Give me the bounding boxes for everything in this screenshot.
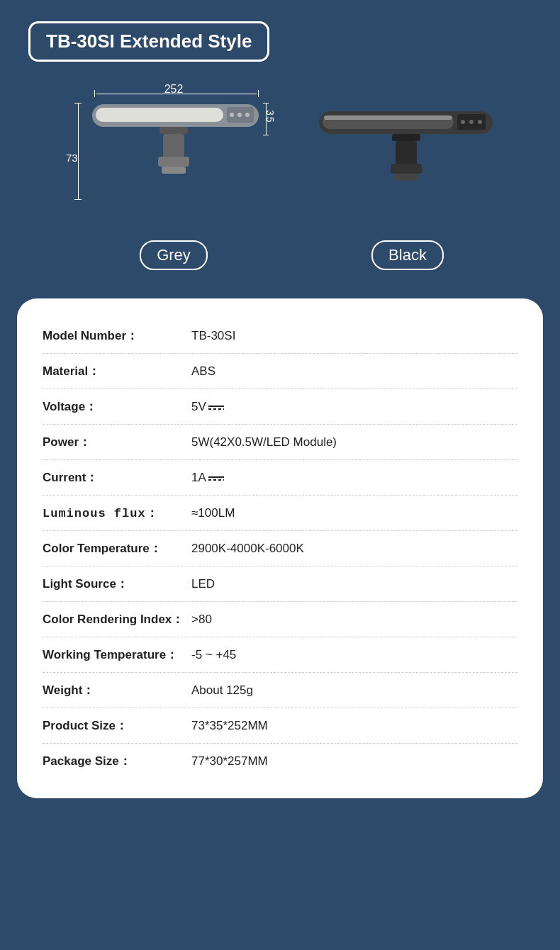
svg-rect-19 <box>391 164 422 174</box>
spec-row: Product Size：73*35*252MM <box>43 708 517 744</box>
spec-label: Light Source： <box>43 576 191 592</box>
svg-point-5 <box>245 113 250 117</box>
diagram-section: 252 73 35 <box>0 76 560 284</box>
spec-row: Working Temperature：-5 ~ +45 <box>43 637 517 673</box>
spec-row: Model Number：TB-30SI <box>43 318 517 354</box>
spec-label: Color Rendering Index： <box>43 611 191 627</box>
spec-value: 77*30*257MM <box>191 754 268 769</box>
spec-label: Weight： <box>43 682 191 698</box>
header-section: TB-30SI Extended Style <box>0 0 560 76</box>
spec-row: Weight：About 125g <box>43 673 517 708</box>
spec-row: Power：5W(42X0.5W/LED Module) <box>43 425 517 460</box>
black-label-text: Black <box>388 246 427 264</box>
spec-value: -5 ~ +45 <box>191 648 236 662</box>
svg-rect-17 <box>392 134 420 141</box>
spec-row: Package Size：77*30*257MM <box>43 744 517 778</box>
black-lamp-svg <box>315 106 500 205</box>
spec-label: Working Temperature： <box>43 647 191 663</box>
spec-row: Voltage：5V <box>43 389 517 425</box>
spec-value: 5V <box>191 400 224 414</box>
grey-color-label: Grey <box>140 240 208 270</box>
spec-row: Color Temperature：2900K-4000K-6000K <box>43 531 517 566</box>
spec-label: Model Number： <box>43 328 191 344</box>
svg-rect-6 <box>159 127 188 134</box>
product-title: TB-30SI Extended Style <box>46 30 252 52</box>
svg-point-14 <box>461 120 465 124</box>
svg-point-3 <box>230 113 234 117</box>
spec-value: ≈100LM <box>191 506 235 520</box>
spec-value: 5W(42X0.5W/LED Module) <box>191 435 337 449</box>
spec-label: Package Size： <box>43 753 191 769</box>
svg-rect-9 <box>162 167 186 174</box>
dc-symbol <box>208 476 224 481</box>
spec-value: ABS <box>191 364 215 379</box>
spec-row: Current：1A <box>43 460 517 496</box>
dc-symbol <box>208 406 224 410</box>
dim-height-total: 73 <box>66 152 78 164</box>
spec-value: 2900K-4000K-6000K <box>191 542 304 556</box>
svg-rect-20 <box>394 174 418 181</box>
black-color-label: Black <box>371 240 444 270</box>
spec-value: >80 <box>191 613 212 627</box>
spec-label: Material： <box>43 363 191 379</box>
svg-point-4 <box>237 113 242 117</box>
dim-width: 252 <box>164 83 184 95</box>
spec-value: LED <box>191 577 215 591</box>
spec-value: 73*35*252MM <box>191 719 268 733</box>
spec-value: TB-30SI <box>191 329 235 343</box>
spec-row: Luminous flux：≈100LM <box>43 496 517 531</box>
specs-card: Model Number：TB-30SIMaterial：ABSVoltage：… <box>17 298 543 798</box>
grey-label-text: Grey <box>157 246 191 264</box>
spec-label: Current： <box>43 469 191 486</box>
lamp-variant-black: Black <box>315 97 500 270</box>
dim-lamp-height: 35 <box>264 110 276 124</box>
title-box: TB-30SI Extended Style <box>28 21 269 62</box>
spec-label: Color Temperature： <box>43 540 191 557</box>
spec-row: Color Rendering Index：>80 <box>43 602 517 637</box>
grey-lamp-svg <box>89 99 266 198</box>
spec-label: Luminous flux： <box>43 505 191 521</box>
spec-value: About 125g <box>191 683 253 698</box>
lamp-variant-grey: 252 73 35 <box>74 83 273 270</box>
spec-label: Product Size： <box>43 717 191 734</box>
svg-rect-8 <box>158 157 189 167</box>
spec-value: 1A <box>191 471 224 485</box>
svg-rect-12 <box>324 116 452 120</box>
svg-point-16 <box>478 120 482 124</box>
spec-row: Light Source：LED <box>43 566 517 602</box>
spec-label: Voltage： <box>43 398 191 415</box>
svg-rect-1 <box>96 108 223 122</box>
spec-label: Power： <box>43 434 191 450</box>
svg-point-15 <box>469 120 474 124</box>
spec-row: Material：ABS <box>43 354 517 389</box>
